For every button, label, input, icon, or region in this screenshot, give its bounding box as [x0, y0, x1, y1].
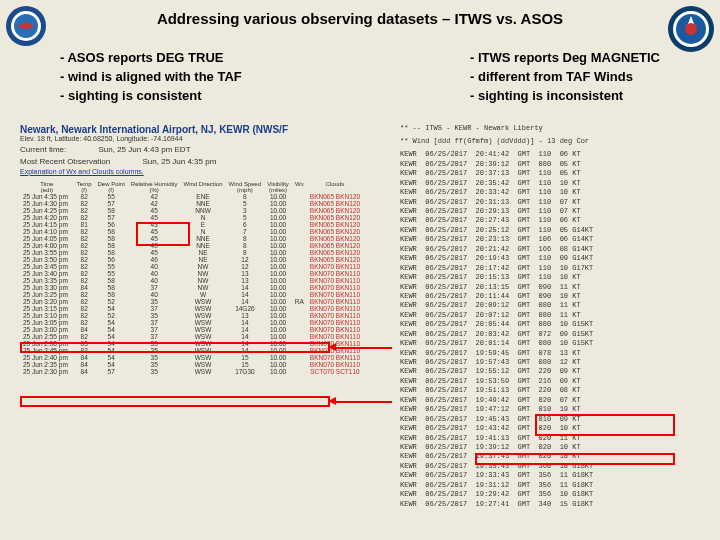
- itws-row: KEWR 06/25/2017 19:35:43 GMT 360 10 G18K…: [400, 462, 700, 471]
- current-time-value: Sun, 25 Jun 4:43 pm EDT: [98, 145, 190, 154]
- table-cell: 52: [94, 298, 127, 305]
- table-cell: 82: [74, 235, 95, 242]
- table-cell: 58: [94, 277, 127, 284]
- itws-row: KEWR 06/25/2017 19:51:13 GMT 220 08 KT: [400, 386, 700, 395]
- table-cell: 82: [74, 298, 95, 305]
- table-cell: 10.00: [264, 277, 292, 284]
- table-cell: 55: [94, 193, 127, 200]
- table-cell: W: [181, 291, 226, 298]
- table-cell: [292, 354, 307, 361]
- table-cell: 14: [226, 347, 265, 354]
- table-cell: 25 Jun 3:55 pm: [20, 249, 74, 256]
- table-row: 25 Jun 3:05 pm825437WSW1410.00BKN070 BKN…: [20, 319, 363, 326]
- table-cell: 54: [94, 347, 127, 354]
- table-row: 25 Jun 3:50 pm825646NE1210.00BKN065 BKN1…: [20, 256, 363, 263]
- table-cell: 10.00: [264, 347, 292, 354]
- table-cell: 37: [128, 284, 181, 291]
- table-cell: [292, 228, 307, 235]
- table-cell: WSW: [181, 368, 226, 375]
- table-cell: 57: [94, 368, 127, 375]
- table-cell: 40: [128, 263, 181, 270]
- table-row: 25 Jun 4:10 pm825845N710.00BKN065 BKN120: [20, 228, 363, 235]
- table-cell: 82: [74, 228, 95, 235]
- table-row: 25 Jun 4:20 pm825745N510.00BKN065 BKN120: [20, 214, 363, 221]
- table-cell: BKN070 BKN110: [307, 319, 363, 326]
- table-cell: 25 Jun 3:45 pm: [20, 263, 74, 270]
- table-cell: 25 Jun 2:40 pm: [20, 354, 74, 361]
- table-cell: 58: [94, 284, 127, 291]
- itws-row: KEWR 06/25/2017 20:05:44 GMT 080 10 G15K…: [400, 320, 700, 329]
- table-cell: 82: [74, 214, 95, 221]
- table-cell: BKN065 BKN120: [307, 249, 363, 256]
- table-cell: BKN070 BKN110: [307, 326, 363, 333]
- table-cell: 25 Jun 3:40 pm: [20, 270, 74, 277]
- table-cell: 14: [226, 333, 265, 340]
- table-cell: 45: [128, 214, 181, 221]
- table-cell: 82: [74, 333, 95, 340]
- recent-obs-value: Sun, 25 Jun 4:35 pm: [143, 157, 217, 166]
- table-cell: [292, 333, 307, 340]
- table-cell: 35: [128, 368, 181, 375]
- table-cell: 58: [94, 291, 127, 298]
- table-cell: [292, 291, 307, 298]
- table-cell: 10.00: [264, 242, 292, 249]
- table-cell: 35: [128, 340, 181, 347]
- table-cell: 8: [226, 193, 265, 200]
- table-cell: 25 Jun 4:20 pm: [20, 214, 74, 221]
- itws-row: KEWR 06/25/2017 19:31:12 GMT 356 11 G18K…: [400, 481, 700, 490]
- itws-row: KEWR 06/25/2017 20:37:13 GMT 110 05 KT: [400, 169, 700, 178]
- table-cell: BKN065 BKN120: [307, 228, 363, 235]
- table-row: 25 Jun 3:40 pm825540NW1310.00BKN070 BKN1…: [20, 270, 363, 277]
- table-cell: 45: [128, 235, 181, 242]
- table-cell: BKN070 BKN110: [307, 277, 363, 284]
- table-cell: WSW: [181, 347, 226, 354]
- table-cell: 40: [128, 277, 181, 284]
- table-cell: 25 Jun 2:50 pm: [20, 340, 74, 347]
- table-cell: 15: [226, 354, 265, 361]
- table-cell: 56: [94, 221, 127, 228]
- table-cell: 37: [128, 305, 181, 312]
- table-cell: 25 Jun 3:25 pm: [20, 291, 74, 298]
- table-cell: 82: [74, 263, 95, 270]
- table-cell: BKN070 BKN110: [307, 284, 363, 291]
- itws-row: KEWR 06/25/2017 20:07:12 GMT 080 11 KT: [400, 311, 700, 320]
- table-cell: 58: [94, 249, 127, 256]
- table-cell: [292, 256, 307, 263]
- table-cell: NE: [181, 249, 226, 256]
- table-cell: BKN065 BKN120: [307, 256, 363, 263]
- faa-logo-icon: [666, 4, 716, 54]
- table-cell: BKN070 BKN110: [307, 270, 363, 277]
- table-cell: 46: [128, 256, 181, 263]
- arrow-head-icon: [328, 343, 336, 351]
- table-cell: 35: [128, 354, 181, 361]
- table-cell: 25 Jun 2:35 pm: [20, 361, 74, 368]
- table-cell: 25 Jun 4:05 pm: [20, 235, 74, 242]
- table-cell: [292, 312, 307, 319]
- table-cell: 14: [226, 284, 265, 291]
- explain-link[interactable]: Explanation of Wx and Clouds columns.: [20, 168, 390, 175]
- table-row: 25 Jun 4:05 pm825845NNE810.00BKN065 BKN1…: [20, 235, 363, 242]
- table-cell: 14: [226, 326, 265, 333]
- table-cell: 57: [94, 200, 127, 207]
- itws-row: KEWR 06/25/2017 20:35:42 GMT 110 10 KT: [400, 179, 700, 188]
- table-cell: [292, 305, 307, 312]
- table-cell: 8: [226, 235, 265, 242]
- table-cell: 25 Jun 4:25 pm: [20, 207, 74, 214]
- column-header: Wind Speed: [226, 181, 265, 187]
- asos-column: - ASOS reports DEG TRUE - wind is aligne…: [60, 49, 242, 106]
- table-cell: 82: [74, 291, 95, 298]
- itws-bullet: - ITWS reports Deg MAGNETIC: [470, 49, 660, 68]
- table-row: 25 Jun 4:30 pm825742NNE510.00BKN065 BKN1…: [20, 200, 363, 207]
- table-row: 25 Jun 3:25 pm825840W1410.00BKN070 BKN11…: [20, 291, 363, 298]
- table-cell: 57: [94, 214, 127, 221]
- current-time-row: Current time: Sun, 25 Jun 4:43 pm EDT: [20, 145, 390, 154]
- table-cell: 25 Jun 4:00 pm: [20, 242, 74, 249]
- table-row: 25 Jun 2:35 pm845435WSW1510.00BKN070 BKN…: [20, 361, 363, 368]
- table-cell: BKN065 BKN120: [307, 207, 363, 214]
- table-cell: BKN070 BKN110: [307, 263, 363, 270]
- table-cell: 25 Jun 3:05 pm: [20, 319, 74, 326]
- table-cell: 10.00: [264, 256, 292, 263]
- itws-row: KEWR 06/25/2017 20:13:15 GMT 090 11 KT: [400, 283, 700, 292]
- table-cell: [292, 340, 307, 347]
- table-cell: 58: [94, 207, 127, 214]
